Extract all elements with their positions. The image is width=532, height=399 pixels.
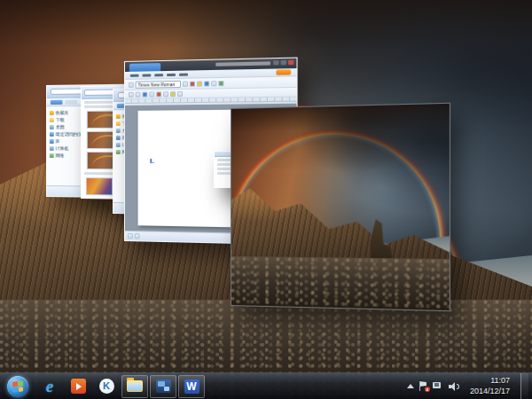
word-title-text — [215, 61, 270, 66]
subheading-placeholder — [84, 106, 114, 108]
nav-favorites[interactable]: 收藏夹 — [50, 109, 85, 116]
underline-button[interactable] — [204, 81, 209, 86]
wps-document-tab[interactable] — [129, 63, 160, 72]
font-name-select[interactable]: Times New Roman — [136, 80, 181, 88]
internet-explorer-icon: e — [46, 377, 53, 396]
kugou-music-icon: K — [99, 379, 114, 394]
organize-button[interactable] — [51, 99, 63, 104]
close-button[interactable] — [288, 60, 293, 65]
volume-icon[interactable] — [449, 382, 459, 391]
taskbar-app-button[interactable] — [150, 375, 176, 398]
menu-item[interactable] — [130, 74, 139, 76]
flip3d-card-desktop[interactable] — [231, 103, 450, 312]
blue-app-icon — [156, 379, 171, 393]
toolbar-button[interactable] — [156, 91, 161, 97]
highlight-button[interactable] — [197, 81, 202, 86]
word-icon: W — [184, 379, 200, 394]
star-icon — [50, 110, 54, 114]
toolbar-button[interactable] — [142, 91, 147, 97]
media-player-icon — [71, 379, 86, 394]
toolbar-button[interactable] — [129, 91, 134, 97]
bold-button[interactable] — [183, 81, 188, 86]
paste-button[interactable] — [129, 82, 134, 87]
view-button[interactable] — [65, 99, 77, 104]
toolbar-button[interactable] — [170, 91, 176, 97]
nav-downloads[interactable]: 下载 — [50, 116, 85, 123]
toolbar-button[interactable] — [136, 91, 141, 97]
network-tray-icon[interactable] — [433, 382, 443, 391]
computer-icon — [116, 142, 121, 146]
volume-wave — [457, 384, 459, 389]
clock-time: 11:07 — [470, 376, 510, 386]
nav-network[interactable]: 网络 — [50, 152, 85, 159]
share-button[interactable] — [276, 69, 291, 75]
status-button[interactable] — [128, 233, 133, 239]
star-icon — [116, 113, 121, 118]
window-controls — [273, 60, 293, 66]
start-button[interactable] — [7, 376, 28, 397]
action-center-icon[interactable]: x — [419, 381, 427, 391]
nav-recent[interactable]: 最近访问的位置 — [50, 130, 85, 137]
folder-icon — [116, 121, 121, 125]
image-file-thumbnail[interactable] — [86, 177, 113, 195]
computer-icon — [50, 146, 54, 151]
library-icon — [50, 138, 54, 143]
menu-item[interactable] — [167, 73, 176, 75]
taskbar-clock[interactable]: 11:07 2014/12/17 — [465, 376, 515, 396]
taskbar: e K W x 11:07 2014/12/17 — [0, 372, 532, 399]
nav-computer[interactable]: 计算机 — [50, 145, 85, 152]
maximize-button[interactable] — [281, 60, 286, 65]
desktop-icon — [116, 128, 121, 132]
show-desktop-button[interactable] — [520, 373, 528, 399]
photo-rocky-shore — [231, 256, 450, 310]
network-icon — [50, 153, 54, 158]
desktop-icon — [50, 124, 54, 129]
error-badge: x — [425, 387, 430, 392]
taskbar-explorer-button[interactable] — [121, 375, 148, 398]
taskbar-media-player-icon[interactable] — [65, 375, 91, 398]
nav-desktop[interactable]: 桌面 — [50, 123, 85, 130]
menu-item[interactable] — [179, 73, 188, 75]
toolbar-button[interactable] — [163, 91, 168, 97]
taskbar-word-button[interactable]: W — [178, 375, 205, 398]
system-tray: x 11:07 2014/12/17 — [407, 373, 532, 399]
fill-button[interactable] — [218, 81, 223, 86]
menu-item[interactable] — [154, 74, 163, 76]
taskbar-ie-icon[interactable]: e — [36, 375, 63, 398]
text-cursor — [151, 159, 155, 163]
recent-icon — [50, 131, 54, 136]
font-color-button[interactable] — [190, 81, 195, 86]
menu-item[interactable] — [142, 74, 151, 76]
windows-flag-icon — [12, 380, 23, 392]
toolbar-button[interactable] — [177, 90, 183, 96]
show-hidden-icons-button[interactable] — [407, 384, 414, 388]
taskbar-kugou-icon[interactable]: K — [93, 375, 120, 398]
folder-icon — [50, 117, 54, 121]
nav-libraries[interactable]: 库 — [50, 137, 85, 145]
library-icon — [116, 135, 121, 139]
folder-icon — [127, 380, 143, 392]
clock-date: 2014/12/17 — [470, 387, 510, 396]
network-icon — [116, 149, 121, 153]
toolbar-button[interactable] — [149, 91, 154, 97]
minimize-button[interactable] — [273, 60, 278, 65]
desktop-card-photo — [231, 104, 450, 310]
status-button[interactable] — [135, 233, 140, 239]
align-button[interactable] — [211, 81, 216, 86]
